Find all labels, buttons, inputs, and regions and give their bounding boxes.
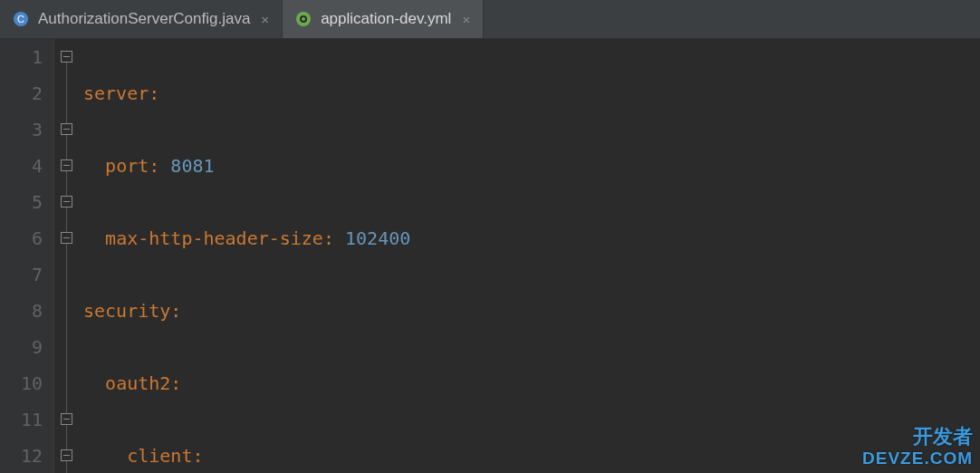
tab-java-file[interactable]: C AuthorizationServerConfig.java × xyxy=(0,0,283,38)
tab-label: application-dev.yml xyxy=(321,10,451,28)
line-number-gutter: 1 2 3 4 5 6 7 8 9 10 11 12 xyxy=(0,39,54,473)
code-line: security: xyxy=(83,293,980,329)
close-icon[interactable]: × xyxy=(460,12,470,27)
line-number: 9 xyxy=(0,329,43,365)
tab-label: AuthorizationServerConfig.java xyxy=(38,10,250,28)
line-number: 11 xyxy=(0,401,43,438)
tab-yaml-file[interactable]: application-dev.yml × xyxy=(283,0,484,38)
line-number: 1 xyxy=(0,39,43,75)
line-number: 8 xyxy=(0,293,43,329)
fold-toggle-icon[interactable] xyxy=(61,196,72,208)
line-number: 2 xyxy=(0,75,43,111)
line-number: 10 xyxy=(0,365,43,401)
line-number: 12 xyxy=(0,438,43,473)
code-editor[interactable]: 1 2 3 4 5 6 7 8 9 10 11 12 server: port:… xyxy=(0,39,980,473)
yaml-icon xyxy=(295,11,312,27)
fold-column xyxy=(54,39,80,473)
fold-toggle-icon[interactable] xyxy=(61,413,72,425)
fold-toggle-icon[interactable] xyxy=(61,51,72,63)
tab-bar: C AuthorizationServerConfig.java × appli… xyxy=(0,0,980,39)
fold-toggle-icon[interactable] xyxy=(61,123,72,135)
fold-toggle-icon[interactable] xyxy=(61,232,72,244)
class-icon: C xyxy=(13,11,29,27)
line-number: 3 xyxy=(0,111,43,148)
svg-point-4 xyxy=(302,17,305,21)
fold-toggle-icon[interactable] xyxy=(61,159,72,171)
code-line: client: xyxy=(83,438,980,473)
line-number: 6 xyxy=(0,220,43,256)
close-icon[interactable]: × xyxy=(259,12,269,27)
code-area[interactable]: server: port: 8081 max-http-header-size:… xyxy=(80,39,980,473)
code-line: max-http-header-size: 102400 xyxy=(83,220,980,256)
fold-toggle-icon[interactable] xyxy=(61,449,72,461)
line-number: 4 xyxy=(0,148,43,184)
code-line: server: xyxy=(83,75,980,111)
line-number: 7 xyxy=(0,256,43,293)
svg-text:C: C xyxy=(17,14,24,24)
code-line: oauth2: xyxy=(83,365,980,401)
line-number: 5 xyxy=(0,184,43,220)
code-line: port: 8081 xyxy=(83,148,980,184)
